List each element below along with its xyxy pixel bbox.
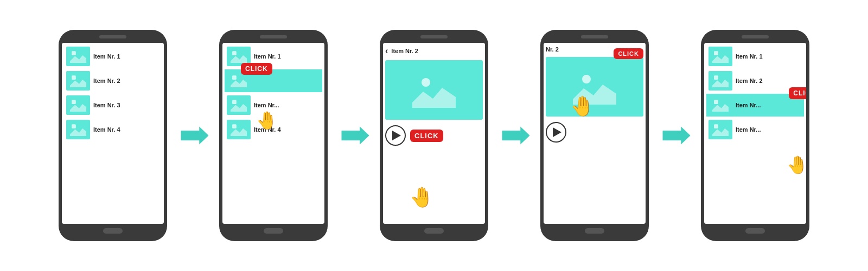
thumbnail bbox=[227, 120, 251, 139]
phone-1-list: Item Nr. 1 Item Nr. 2 Item Nr. 3 bbox=[62, 43, 164, 143]
svg-rect-12 bbox=[232, 76, 237, 80]
svg-rect-14 bbox=[232, 100, 237, 105]
svg-rect-7 bbox=[72, 125, 76, 129]
item-label: Item Nr. 4 bbox=[93, 126, 120, 133]
list-item: Item Nr... bbox=[706, 118, 804, 141]
list-item: Item Nr. 1 bbox=[64, 45, 162, 68]
click-badge: CLICK bbox=[789, 87, 806, 99]
svg-marker-8 bbox=[181, 127, 209, 145]
item-label: Item Nr. 3 bbox=[93, 102, 120, 108]
phone-5-screen: Item Nr. 1 Item Nr. 2 Item Nr... CLICK bbox=[704, 43, 806, 224]
svg-rect-16 bbox=[232, 125, 237, 129]
play-icon bbox=[553, 127, 561, 137]
item-label: Item Nr. 2 bbox=[93, 78, 120, 84]
thumbnail bbox=[227, 95, 251, 115]
arrow-4 bbox=[659, 122, 691, 149]
svg-rect-29 bbox=[714, 100, 718, 105]
list-item: Item Nr. 1 bbox=[225, 45, 322, 68]
arrow-2 bbox=[337, 122, 370, 149]
phone-4-detail: Nr. 2 CLICK bbox=[544, 43, 646, 147]
thumbnail bbox=[709, 95, 732, 115]
phone-2: Item Nr. 1 CLICK Item Nr... bbox=[219, 30, 328, 241]
play-button[interactable] bbox=[385, 125, 406, 146]
detail-image[interactable]: CLICK bbox=[546, 57, 643, 117]
thumbnail bbox=[709, 120, 732, 139]
detail-title: Nr. 2 bbox=[546, 46, 559, 53]
svg-rect-25 bbox=[714, 51, 718, 56]
phone-3-screen: ‹ Item Nr. 2 CLICK bbox=[383, 43, 485, 224]
svg-marker-20 bbox=[502, 127, 530, 145]
list-item: Item Nr. 4 bbox=[64, 118, 162, 141]
svg-rect-31 bbox=[714, 125, 718, 129]
item-label: Item Nr. 1 bbox=[736, 53, 763, 60]
detail-header: ‹ Item Nr. 2 bbox=[385, 45, 483, 57]
detail-image bbox=[385, 60, 483, 120]
list-item: Item Nr. 3 bbox=[64, 94, 162, 117]
phone-3: ‹ Item Nr. 2 CLICK bbox=[380, 30, 488, 241]
item-label: Item Nr... bbox=[254, 102, 279, 108]
click-badge: CLICK bbox=[410, 130, 443, 142]
click-badge: CLICK bbox=[614, 48, 643, 59]
thumbnail bbox=[66, 120, 90, 139]
arrow-3 bbox=[498, 122, 531, 149]
hand-cursor-icon: 🤚 bbox=[787, 154, 808, 175]
main-scene: Item Nr. 1 Item Nr. 2 Item Nr. 3 bbox=[0, 30, 868, 241]
phone-1-screen: Item Nr. 1 Item Nr. 2 Item Nr. 3 bbox=[62, 43, 164, 224]
arrow-1 bbox=[177, 122, 209, 149]
list-item-selected[interactable]: Item Nr... CLICK bbox=[706, 94, 804, 117]
svg-rect-10 bbox=[232, 51, 237, 56]
item-label: Item Nr. 1 bbox=[254, 53, 281, 60]
play-button[interactable] bbox=[546, 122, 566, 143]
svg-rect-3 bbox=[72, 76, 76, 80]
phone-3-detail: ‹ Item Nr. 2 CLICK bbox=[383, 43, 485, 150]
item-label: Item Nr... bbox=[736, 102, 761, 108]
item-label: Item Nr... bbox=[736, 126, 761, 133]
item-label: Item Nr. 2 bbox=[736, 78, 763, 84]
thumbnail bbox=[709, 71, 732, 91]
list-item-selected[interactable]: CLICK bbox=[225, 69, 322, 92]
thumbnail bbox=[709, 47, 732, 66]
svg-rect-5 bbox=[72, 100, 76, 105]
hand-cursor-icon: 🤚 bbox=[410, 186, 434, 209]
phone-5-list: Item Nr. 1 Item Nr. 2 Item Nr... CLICK bbox=[704, 43, 806, 143]
item-label: Item Nr. 1 bbox=[93, 53, 120, 60]
svg-rect-1 bbox=[72, 51, 76, 56]
svg-point-19 bbox=[422, 78, 430, 87]
svg-marker-17 bbox=[342, 127, 369, 145]
back-arrow-icon: ‹ bbox=[385, 46, 388, 56]
thumbnail bbox=[66, 47, 90, 66]
svg-rect-27 bbox=[714, 76, 718, 80]
thumbnail bbox=[66, 71, 90, 91]
hand-cursor-icon: 🤚 bbox=[256, 110, 278, 131]
thumbnail bbox=[66, 95, 90, 115]
click-badge: CLICK bbox=[241, 63, 272, 75]
list-item: Item Nr. 2 bbox=[64, 69, 162, 92]
phone-4-screen: Nr. 2 CLICK bbox=[544, 43, 646, 224]
svg-marker-23 bbox=[663, 127, 691, 145]
detail-title: Item Nr. 2 bbox=[391, 48, 418, 54]
play-icon bbox=[392, 131, 401, 140]
phone-4: Nr. 2 CLICK 🤚 bbox=[540, 30, 649, 241]
list-item: Item Nr. 1 bbox=[706, 45, 804, 68]
phone-5: Item Nr. 1 Item Nr. 2 Item Nr... CLICK bbox=[701, 30, 809, 241]
svg-point-22 bbox=[582, 75, 591, 83]
hand-cursor-icon: 🤚 bbox=[570, 95, 595, 118]
phone-1: Item Nr. 1 Item Nr. 2 Item Nr. 3 bbox=[59, 30, 167, 241]
phone-2-screen: Item Nr. 1 CLICK Item Nr... bbox=[222, 43, 324, 224]
